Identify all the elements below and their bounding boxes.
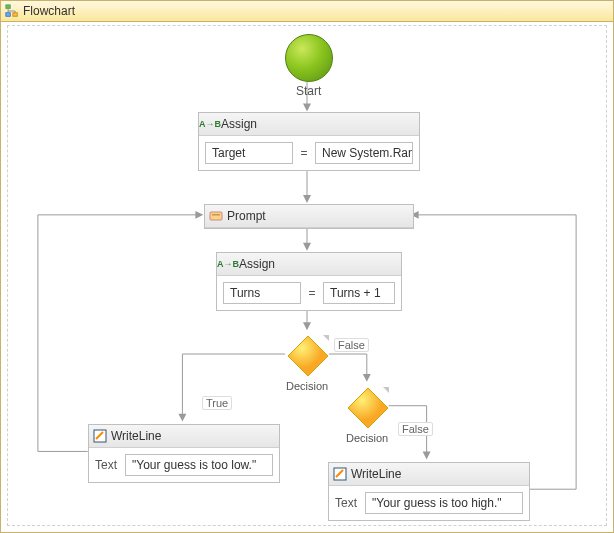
svg-marker-11 [178, 414, 186, 422]
assign-to-field[interactable]: Target [205, 142, 293, 164]
decision-2[interactable] [346, 386, 390, 430]
decision-false-label: False [334, 338, 369, 352]
svg-marker-10 [303, 322, 311, 330]
flowchart-title: Flowchart [23, 4, 75, 18]
design-surface[interactable]: Start A→B Assign Target = New System.Ran… [7, 25, 607, 526]
svg-marker-12 [363, 374, 371, 382]
svg-marker-8 [303, 243, 311, 251]
activity-title: WriteLine [111, 429, 161, 443]
decision-true-label: True [202, 396, 232, 410]
activity-header: A→B Assign [217, 253, 401, 276]
assign-turns-activity[interactable]: A→B Assign Turns = Turns + 1 [216, 252, 402, 311]
svg-marker-14 [195, 211, 203, 219]
property-label: Text [335, 496, 357, 510]
svg-marker-19 [348, 388, 388, 428]
assign-value-field[interactable]: New System.Randc [315, 142, 413, 164]
equals-label: = [305, 286, 319, 300]
svg-marker-4 [303, 104, 311, 112]
assign-target-activity[interactable]: A→B Assign Target = New System.Randc [198, 112, 420, 171]
property-label: Text [95, 458, 117, 472]
svg-marker-13 [423, 451, 431, 459]
writeline-icon [333, 467, 347, 481]
decision-label: Decision [346, 432, 388, 444]
svg-rect-2 [6, 13, 10, 17]
flowchart-icon [5, 4, 19, 18]
equals-label: = [297, 146, 311, 160]
activity-title: WriteLine [351, 467, 401, 481]
svg-rect-17 [212, 214, 220, 216]
activity-header: Prompt [205, 205, 413, 228]
assign-to-field[interactable]: Turns [223, 282, 301, 304]
expand-marker-icon [323, 335, 329, 341]
expand-marker-icon [383, 387, 389, 393]
activity-title: Prompt [227, 209, 266, 223]
assign-value-field[interactable]: Turns + 1 [323, 282, 395, 304]
decision-false-label: False [398, 422, 433, 436]
svg-rect-0 [6, 5, 10, 9]
writeline-text-field[interactable]: "Your guess is too high." [365, 492, 523, 514]
start-node[interactable] [285, 34, 333, 82]
activity-header: A→B Assign [199, 113, 419, 136]
writeline-low-activity[interactable]: WriteLine Text "Your guess is too low." [88, 424, 280, 483]
svg-rect-16 [210, 212, 222, 220]
activity-header: WriteLine [89, 425, 279, 448]
svg-marker-6 [303, 195, 311, 203]
writeline-high-activity[interactable]: WriteLine Text "Your guess is too high." [328, 462, 530, 521]
prompt-activity[interactable]: Prompt [204, 204, 414, 229]
svg-rect-1 [13, 13, 17, 17]
flowchart-designer[interactable]: Flowchart [0, 0, 614, 533]
assign-icon: A→B [221, 257, 235, 271]
assign-icon: A→B [203, 117, 217, 131]
activity-header: WriteLine [329, 463, 529, 486]
decision-1[interactable] [286, 334, 330, 378]
writeline-icon [93, 429, 107, 443]
flowchart-titlebar: Flowchart [1, 1, 613, 22]
decision-label: Decision [286, 380, 328, 392]
svg-marker-18 [288, 336, 328, 376]
activity-title: Assign [239, 257, 275, 271]
writeline-text-field[interactable]: "Your guess is too low." [125, 454, 273, 476]
prompt-icon [209, 209, 223, 223]
start-label: Start [296, 84, 321, 98]
activity-title: Assign [221, 117, 257, 131]
